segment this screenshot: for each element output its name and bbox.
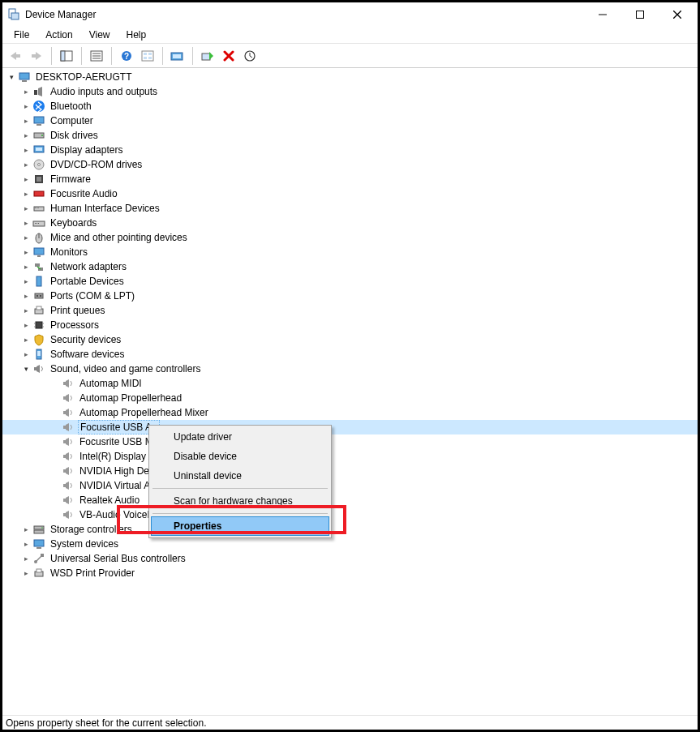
forward-button[interactable] — [27, 46, 46, 66]
expand-arrow-icon[interactable]: ▾ — [20, 363, 32, 375]
tree-device[interactable]: Realtek Audio — [2, 493, 698, 507]
expand-arrow-icon[interactable]: ▾ — [6, 71, 17, 83]
tree-category[interactable]: ▸ Disk drives — [2, 128, 698, 143]
category-icon — [32, 143, 45, 156]
collapse-arrow-icon[interactable]: ▸ — [20, 319, 32, 331]
tree-category[interactable]: ▸ Processors — [2, 318, 698, 332]
category-icon — [32, 362, 45, 375]
tree-device[interactable]: Automap Propellerhead — [2, 391, 698, 405]
tree-device-label: Automap Propellerhead Mixer — [78, 406, 210, 419]
collapse-arrow-icon[interactable]: ▸ — [20, 217, 32, 229]
collapse-arrow-icon[interactable]: ▸ — [20, 144, 32, 156]
svg-rect-69 — [63, 396, 66, 400]
collapse-arrow-icon[interactable]: ▸ — [20, 538, 32, 550]
ctx-uninstall-device[interactable]: Uninstall device — [151, 466, 329, 486]
svg-rect-42 — [37, 208, 39, 208]
collapse-arrow-icon[interactable]: ▸ — [20, 524, 32, 535]
collapse-arrow-icon[interactable]: ▸ — [20, 349, 32, 360]
collapse-arrow-icon[interactable]: ▸ — [20, 553, 32, 564]
tree-device-label: Focusrite USB M — [78, 435, 155, 448]
maximize-button[interactable] — [621, 2, 659, 27]
category-icon — [32, 129, 45, 142]
uninstall-device-toolbar-button[interactable] — [219, 46, 238, 66]
menu-view[interactable]: View — [81, 27, 118, 43]
svg-rect-18 — [148, 53, 152, 55]
collapse-arrow-icon[interactable]: ▸ — [20, 86, 32, 97]
tree-root[interactable]: ▾ DESKTOP-AERUGTT — [2, 70, 698, 84]
collapse-arrow-icon[interactable]: ▸ — [20, 188, 32, 199]
tree-device-label: Automap MIDI — [78, 377, 144, 390]
tree-category[interactable]: ▸ Bluetooth — [2, 99, 698, 113]
menu-help[interactable]: Help — [118, 27, 155, 43]
properties-toolbar-button[interactable] — [87, 46, 106, 66]
ctx-scan-hardware[interactable]: Scan for hardware changes — [151, 491, 329, 511]
tree-device[interactable]: Focusrite USB Au — [2, 420, 698, 434]
tree-category[interactable]: ▸ Security devices — [2, 332, 698, 347]
update-driver-toolbar-button[interactable] — [168, 46, 187, 66]
tree-category[interactable]: ▸ Audio inputs and outputs — [2, 84, 698, 99]
tree-category[interactable]: ▸ Human Interface Devices — [2, 201, 698, 216]
device-tree[interactable]: ▾ DESKTOP-AERUGTT ▸ Audio inputs and out… — [2, 68, 698, 715]
tree-category[interactable]: ▸ Network adapters — [2, 259, 698, 274]
collapse-arrow-icon[interactable]: ▸ — [20, 173, 32, 185]
back-button[interactable] — [6, 46, 25, 66]
tree-device[interactable]: Automap Propellerhead Mixer — [2, 405, 698, 420]
view-toolbar-button[interactable] — [138, 46, 157, 66]
close-button[interactable] — [659, 2, 696, 27]
menu-file[interactable]: File — [6, 27, 37, 43]
help-toolbar-button[interactable]: ? — [117, 46, 136, 66]
tree-category[interactable]: ▸ Storage controllers — [2, 522, 698, 537]
show-hide-console-tree-button[interactable] — [57, 46, 76, 66]
tree-category-label: Storage controllers — [49, 523, 134, 536]
tree-category[interactable]: ▸ Mice and other pointing devices — [2, 230, 698, 245]
tree-category[interactable]: ▸ System devices — [2, 537, 698, 551]
tree-category[interactable]: ▸ Keyboards — [2, 216, 698, 230]
tree-category[interactable]: ▸ Universal Serial Bus controllers — [2, 551, 698, 566]
collapse-arrow-icon[interactable]: ▸ — [20, 203, 32, 214]
tree-category[interactable]: ▸ WSD Print Provider — [2, 566, 698, 580]
tree-category[interactable]: ▸ Portable Devices — [2, 274, 698, 289]
tree-category-label: Focusrite Audio — [49, 187, 119, 200]
tree-device[interactable]: VB-Audio VoiceM — [2, 507, 698, 522]
minimize-button[interactable] — [584, 2, 621, 27]
collapse-arrow-icon[interactable]: ▸ — [20, 567, 32, 579]
collapse-arrow-icon[interactable]: ▸ — [20, 334, 32, 345]
collapse-arrow-icon[interactable]: ▸ — [20, 101, 32, 112]
collapse-arrow-icon[interactable]: ▸ — [20, 290, 32, 302]
svg-rect-44 — [35, 223, 36, 224]
tree-device[interactable]: Automap MIDI — [2, 376, 698, 391]
tree-category[interactable]: ▸ Software devices — [2, 347, 698, 362]
collapse-arrow-icon[interactable]: ▸ — [20, 115, 32, 126]
svg-rect-41 — [35, 208, 37, 208]
collapse-arrow-icon[interactable]: ▸ — [20, 246, 32, 258]
tree-category[interactable]: ▸ Monitors — [2, 245, 698, 259]
tree-category[interactable]: ▸ Computer — [2, 113, 698, 128]
scan-hardware-toolbar-button[interactable] — [240, 46, 260, 66]
svg-rect-38 — [37, 177, 41, 182]
collapse-arrow-icon[interactable]: ▸ — [20, 232, 32, 243]
tree-category[interactable]: ▾ Sound, video and game controllers — [2, 362, 698, 376]
svg-rect-23 — [202, 54, 210, 60]
tree-category[interactable]: ▸ Focusrite Audio — [2, 186, 698, 201]
tree-category[interactable]: ▸ Firmware — [2, 172, 698, 186]
collapse-arrow-icon[interactable]: ▸ — [20, 261, 32, 272]
ctx-properties[interactable]: Properties — [151, 516, 329, 536]
tree-device[interactable]: Focusrite USB M — [2, 434, 698, 449]
menu-action[interactable]: Action — [37, 27, 80, 43]
enable-device-toolbar-button[interactable] — [198, 46, 217, 66]
collapse-arrow-icon[interactable]: ▸ — [20, 159, 32, 170]
tree-category[interactable]: ▸ Ports (COM & LPT) — [2, 289, 698, 303]
collapse-arrow-icon[interactable]: ▸ — [20, 305, 32, 316]
tree-category[interactable]: ▸ Display adapters — [2, 143, 698, 157]
collapse-arrow-icon[interactable]: ▸ — [20, 276, 32, 287]
tree-device[interactable]: NVIDIA High Def — [2, 464, 698, 478]
tree-device[interactable]: NVIDIA Virtual A — [2, 478, 698, 493]
tree-device[interactable]: Intel(R) Display A — [2, 449, 698, 464]
ctx-disable-device[interactable]: Disable device — [151, 447, 329, 466]
tree-category[interactable]: ▸ DVD/CD-ROM drives — [2, 157, 698, 172]
tree-category[interactable]: ▸ Print queues — [2, 303, 698, 318]
ctx-update-driver[interactable]: Update driver — [151, 427, 329, 447]
collapse-arrow-icon[interactable]: ▸ — [20, 130, 32, 141]
tree-category-label: Monitors — [49, 246, 89, 259]
category-icon — [32, 523, 45, 536]
